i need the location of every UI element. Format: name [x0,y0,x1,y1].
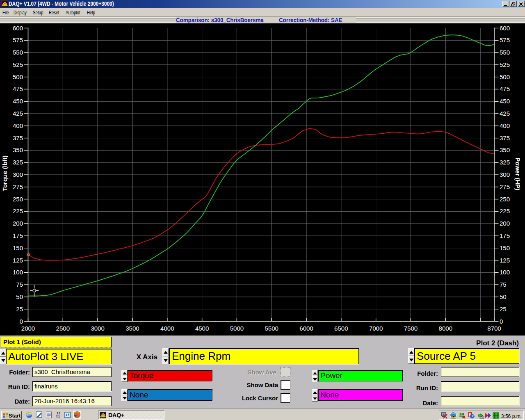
svg-text:550: 550 [500,49,510,56]
svg-text:550: 550 [13,49,23,56]
svg-text:50: 50 [16,293,23,300]
svg-text:375: 375 [500,135,510,142]
svg-text:600: 600 [500,25,510,32]
svg-text:100: 100 [500,269,510,276]
svg-text:50: 50 [500,293,507,300]
svg-text:4000: 4000 [160,325,174,332]
svg-text:225: 225 [13,208,23,215]
svg-text:325: 325 [500,159,510,166]
svg-text:325: 325 [13,159,23,166]
svg-text:125: 125 [500,257,510,264]
svg-text:400: 400 [13,122,23,129]
svg-text:6500: 6500 [334,325,348,332]
svg-text:275: 275 [13,183,23,190]
svg-text:500: 500 [500,73,510,80]
svg-text:125: 125 [13,257,23,264]
svg-text:525: 525 [500,61,510,68]
svg-text:375: 375 [13,135,23,142]
svg-text:300: 300 [13,171,23,178]
svg-text:5500: 5500 [265,325,278,332]
svg-text:425: 425 [500,110,510,117]
svg-text:575: 575 [500,37,510,43]
svg-text:525: 525 [13,61,23,68]
svg-text:2000: 2000 [21,325,35,332]
svg-text:100: 100 [13,269,23,276]
svg-text:75: 75 [16,281,23,288]
svg-text:475: 475 [500,85,510,92]
svg-text:Power (HP): Power (HP) [514,158,521,190]
svg-text:3000: 3000 [91,325,104,332]
svg-text:200: 200 [500,220,510,227]
svg-text:175: 175 [13,232,23,239]
svg-text:5000: 5000 [230,325,244,332]
svg-text:300: 300 [500,171,510,178]
svg-text:150: 150 [13,244,23,251]
svg-text:400: 400 [500,122,510,129]
svg-text:3500: 3500 [126,325,139,332]
svg-text:6000: 6000 [299,325,313,332]
svg-text:250: 250 [500,196,510,203]
svg-text:500: 500 [13,73,23,80]
svg-text:8700: 8700 [487,325,501,332]
svg-text:150: 150 [500,244,510,251]
svg-text:7000: 7000 [369,325,383,332]
svg-text:7500: 7500 [404,325,418,332]
svg-text:75: 75 [500,281,507,288]
svg-text:25: 25 [16,306,23,313]
svg-text:475: 475 [13,85,23,92]
svg-text:0: 0 [20,318,23,325]
svg-text:4500: 4500 [195,325,209,332]
svg-text:350: 350 [500,146,510,153]
svg-text:425: 425 [13,110,23,117]
svg-text:450: 450 [13,98,23,105]
svg-text:275: 275 [500,183,510,190]
svg-text:200: 200 [13,220,23,227]
svg-text:175: 175 [500,232,510,239]
svg-text:8000: 8000 [439,325,452,332]
svg-text:225: 225 [500,208,510,215]
svg-text:600: 600 [13,25,23,32]
svg-text:2500: 2500 [56,325,70,332]
svg-text:25: 25 [500,306,507,313]
svg-text:350: 350 [13,146,23,153]
svg-text:450: 450 [500,98,510,105]
svg-text:0: 0 [500,318,503,325]
svg-text:575: 575 [13,37,23,43]
svg-text:250: 250 [13,196,23,203]
svg-text:Torque (lbft): Torque (lbft) [1,155,8,191]
